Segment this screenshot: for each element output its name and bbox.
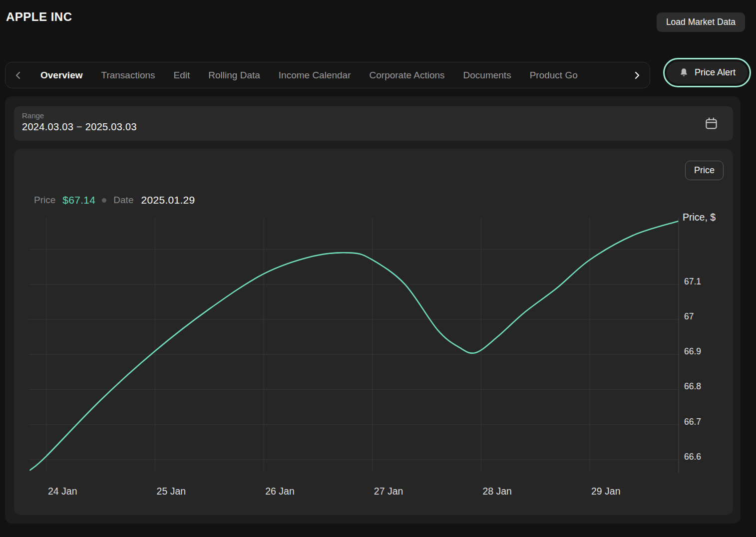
y-tick-label: 66.6: [684, 452, 701, 462]
chart-line: [30, 221, 678, 470]
app-title: APPLE INC: [6, 10, 72, 24]
x-tick-label: 28 Jan: [482, 486, 512, 497]
y-tick-label: 66.8: [684, 381, 701, 391]
y-tick-label: 66.9: [684, 346, 701, 356]
tab-documents[interactable]: Documents: [463, 70, 511, 81]
tab-rolling-data[interactable]: Rolling Data: [208, 70, 260, 81]
range-field[interactable]: Range 2024.03.03 − 2025.03.03: [14, 106, 733, 141]
y-tick-label: 66.7: [684, 417, 701, 427]
price-alert-label: Price Alert: [695, 67, 736, 78]
y-tick-label: 67: [684, 311, 694, 321]
tab-bar: OverviewTransactionsEditRolling DataInco…: [5, 62, 650, 88]
tab-product-go[interactable]: Product Go: [530, 70, 578, 81]
y-axis-title: Price, $: [683, 212, 716, 223]
x-tick-label: 24 Jan: [48, 486, 77, 497]
tab-corporate-actions[interactable]: Corporate Actions: [370, 70, 445, 81]
tab-edit[interactable]: Edit: [174, 70, 190, 81]
range-value: 2024.03.03 − 2025.03.03: [22, 121, 725, 133]
load-market-data-button[interactable]: Load Market Data: [657, 12, 745, 32]
x-tick-label: 26 Jan: [265, 486, 295, 497]
price-alert-button[interactable]: Price Alert: [667, 61, 748, 84]
chevron-right-icon[interactable]: [633, 71, 641, 80]
tab-overview[interactable]: Overview: [40, 70, 83, 81]
tab-income-calendar[interactable]: Income Calendar: [279, 70, 351, 81]
x-tick-label: 29 Jan: [591, 486, 621, 497]
price-alert-highlight-ring: Price Alert: [663, 58, 751, 87]
range-label: Range: [22, 111, 725, 120]
tab-transactions[interactable]: Transactions: [101, 70, 155, 81]
price-chart[interactable]: 67.16766.966.866.766.624 Jan25 Jan26 Jan…: [14, 149, 733, 515]
calendar-icon[interactable]: [704, 116, 719, 133]
x-tick-label: 25 Jan: [157, 486, 186, 497]
y-tick-label: 67.1: [684, 276, 701, 286]
bell-icon: [679, 67, 689, 78]
chevron-left-icon[interactable]: [14, 71, 22, 80]
content-panel: Range 2024.03.03 − 2025.03.03 Price Pric…: [5, 96, 741, 524]
x-tick-label: 27 Jan: [374, 486, 403, 497]
chart-panel: Price Price $67.14 Date 2025.01.29 67.16…: [14, 149, 733, 515]
